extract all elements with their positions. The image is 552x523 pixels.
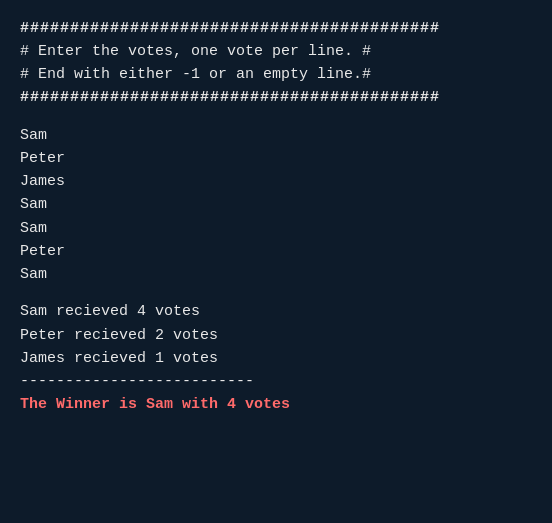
vote-entry: James [20,170,532,193]
terminal-window: ########################################… [6,7,546,517]
vote-entry: Sam [20,193,532,216]
winner-line: The Winner is Sam with 4 votes [20,393,532,416]
vote-entry: Sam [20,217,532,240]
vote-entry: Sam [20,124,532,147]
vote-entry: Peter [20,147,532,170]
hash-border-bottom: ########################################… [20,86,532,109]
vote-entry: Peter [20,240,532,263]
hash-border-top: ########################################… [20,17,532,40]
comment-line-1: # Enter the votes, one vote per line. # [20,40,532,63]
results-section: Sam recieved 4 votesPeter recieved 2 vot… [20,300,532,416]
vote-entry: Sam [20,263,532,286]
votes-section: SamPeterJamesSamSamPeterSam [20,124,532,287]
result-line: Peter recieved 2 votes [20,324,532,347]
divider-line: -------------------------- [20,370,532,393]
result-line: James recieved 1 votes [20,347,532,370]
result-line: Sam recieved 4 votes [20,300,532,323]
comment-line-2: # End with either -1 or an empty line.# [20,63,532,86]
